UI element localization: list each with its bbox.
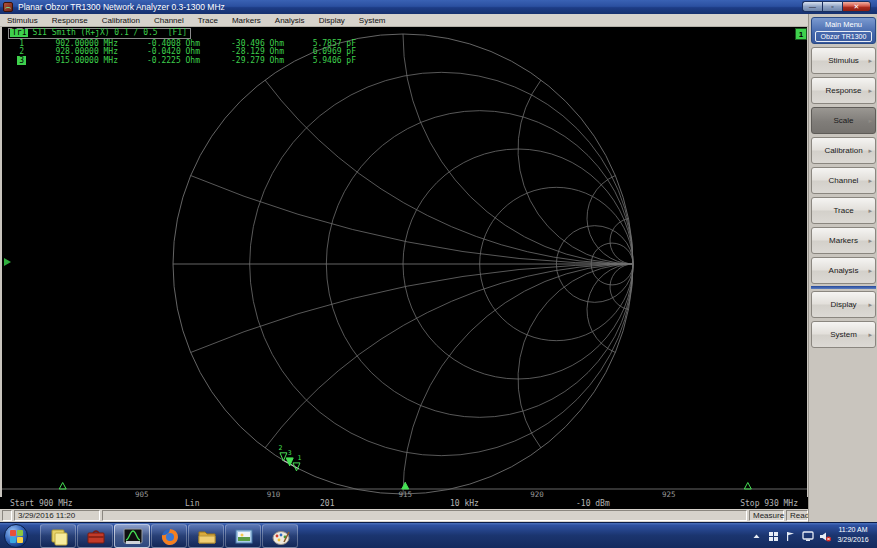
menu-item-response[interactable]: Response <box>45 14 95 26</box>
trace-header: Tr1 S11 Smith (R+jX) 0.1 / 0.5 [F1] <box>8 28 191 39</box>
softkey-panel: Main Menu Obzor TR1300 Stimulus▸Response… <box>808 14 877 522</box>
softkey-trace[interactable]: Trace▸ <box>811 197 876 224</box>
softkey-menu-subtitle: Obzor TR1300 <box>815 31 872 42</box>
close-button[interactable]: ✕ <box>842 1 871 12</box>
chart-marker-2[interactable] <box>280 453 287 461</box>
trace-title: S11 Smith (R+jX) 0.1 / 0.5 <box>32 29 157 37</box>
chevron-right-icon: ▸ <box>868 198 872 223</box>
freq-tick-label: 910 <box>267 490 281 498</box>
stimulus-status-line: Start 900 MHzLin20110 kHz-10 dBmStop 930… <box>0 497 808 509</box>
taskbar-photo-viewer-icon[interactable] <box>225 524 261 548</box>
smith-reactance-arc <box>518 264 633 448</box>
tray-hidden-icons-arrow-icon[interactable] <box>750 530 763 543</box>
taskbar-clock[interactable]: 11:20 AM 3/29/2016 <box>831 525 875 545</box>
window-title: Planar Obzor TR1300 Network Analyzer 0.3… <box>18 0 225 14</box>
menu-item-markers[interactable]: Markers <box>225 14 268 26</box>
trace-readout: Tr1 S11 Smith (R+jX) 0.1 / 0.5 [F1] 1902… <box>8 28 356 65</box>
chart-marker-label: 3 <box>288 449 292 457</box>
softkey-menu-header: Main Menu Obzor TR1300 <box>811 17 876 44</box>
menu-item-stimulus[interactable]: Stimulus <box>0 14 45 26</box>
chevron-right-icon: ▸ <box>868 78 872 103</box>
softkey-stimulus[interactable]: Stimulus▸ <box>811 47 876 74</box>
menu-item-channel[interactable]: Channel <box>147 14 191 26</box>
chevron-right-icon: ▸ <box>868 228 872 253</box>
softkey-calibration[interactable]: Calibration▸ <box>811 137 876 164</box>
window-controls: — ▫ ✕ <box>802 1 871 12</box>
menu-item-analysis[interactable]: Analysis <box>268 14 312 26</box>
chevron-right-icon: ▸ <box>868 258 872 283</box>
taskbar-paint-icon[interactable] <box>262 524 298 548</box>
tray-action-center-flag-icon[interactable] <box>784 530 797 543</box>
chevron-right-icon: ▸ <box>868 138 872 163</box>
statusbar-measure-state: Measure <box>749 510 784 521</box>
statusbar-message-area <box>102 510 747 521</box>
menu-item-calibration[interactable]: Calibration <box>95 14 147 26</box>
chart-marker-label: 1 <box>298 454 302 462</box>
freq-tick-label: 920 <box>530 490 544 498</box>
smith-reactance-arc <box>518 80 633 264</box>
softkey-response[interactable]: Response▸ <box>811 77 876 104</box>
softkey-analysis[interactable]: Analysis▸ <box>811 257 876 284</box>
tray-display-icon[interactable] <box>801 530 814 543</box>
system-tray <box>750 523 831 548</box>
marker-readout-row: 2928.00000 MHz-0.0420 Ohm-28.129 Ohm6.09… <box>8 48 356 56</box>
ruler-marker-1[interactable] <box>59 483 66 490</box>
status-points: 201 <box>320 499 334 508</box>
app-window: Planar Obzor TR1300 Network Analyzer 0.3… <box>0 0 877 548</box>
chevron-right-icon: ▸ <box>868 322 872 347</box>
channel-indicator: 1 <box>795 28 807 40</box>
windows-taskbar: 11:20 AM 3/29/2016 <box>0 522 877 548</box>
softkey-display[interactable]: Display▸ <box>811 291 876 318</box>
window-titlebar: Planar Obzor TR1300 Network Analyzer 0.3… <box>0 0 877 14</box>
status-power: -10 dBm <box>576 499 610 508</box>
minimize-button[interactable]: — <box>802 1 822 12</box>
app-icon <box>3 2 13 12</box>
statusbar-datetime: 3/29/2016 11:20 <box>14 510 100 521</box>
menu-item-system[interactable]: System <box>352 14 393 26</box>
taskbar-sticky-notes-icon[interactable] <box>40 524 76 548</box>
taskbar-firefox-icon[interactable] <box>151 524 187 548</box>
freq-tick-label: 915 <box>398 490 412 498</box>
trace-badge[interactable]: Tr1 <box>10 29 28 37</box>
ruler-marker-2[interactable] <box>744 483 751 490</box>
softkey-scale[interactable]: Scale▸ <box>811 107 876 134</box>
status-sweep-type: Lin <box>185 499 199 508</box>
status-start: Start 900 MHz <box>10 499 73 508</box>
trace-softkey-hint: [F1] <box>168 29 187 37</box>
menu-item-trace[interactable]: Trace <box>191 14 225 26</box>
chevron-right-icon: ▸ <box>868 48 872 73</box>
chevron-right-icon: ▸ <box>868 292 872 317</box>
smith-chart: 905910915920925123 <box>2 27 807 497</box>
chevron-right-icon: ▸ <box>868 168 872 193</box>
app-statusbar: 3/29/2016 11:20 Measure Ready <box>0 509 877 522</box>
status-if-bandwidth: 10 kHz <box>450 499 479 508</box>
marker-readout-row: 3915.00000 MHz-0.2225 Ohm-29.279 Ohm5.94… <box>8 57 356 65</box>
start-button[interactable] <box>4 524 28 548</box>
softkey-markers[interactable]: Markers▸ <box>811 227 876 254</box>
softkey-menu-title: Main Menu <box>812 20 875 29</box>
maximize-button[interactable]: ▫ <box>822 1 842 12</box>
tray-input-indicator-icon[interactable] <box>767 530 780 543</box>
taskbar-analyzer-app-icon[interactable] <box>114 524 150 548</box>
softkey-system[interactable]: System▸ <box>811 321 876 348</box>
chevron-right-icon: ▸ <box>868 108 872 133</box>
clock-time: 11:20 AM <box>831 525 875 535</box>
taskbar-file-explorer-icon[interactable] <box>188 524 224 548</box>
clock-date: 3/29/2016 <box>831 535 875 545</box>
statusbar-ready-state: Ready <box>786 510 808 521</box>
softkey-channel[interactable]: Channel▸ <box>811 167 876 194</box>
freq-tick-label: 925 <box>662 490 676 498</box>
freq-tick-label: 905 <box>135 490 149 498</box>
smith-chart-plot: 905910915920925123 Tr1 S11 Smith (R+jX) … <box>2 27 807 497</box>
reference-level-arrow-icon[interactable] <box>4 258 11 266</box>
statusbar-grip <box>2 510 12 521</box>
status-stop: Stop 930 MHz <box>740 499 798 508</box>
softkey-separator <box>811 286 876 289</box>
taskbar-toolbox-icon[interactable] <box>77 524 113 548</box>
menu-item-display[interactable]: Display <box>312 14 352 26</box>
tray-volume-muted-icon[interactable] <box>818 530 831 543</box>
menu-bar: StimulusResponseCalibrationChannelTraceM… <box>0 14 808 27</box>
chart-marker-label: 2 <box>278 444 282 452</box>
marker-readout-rows: 1902.00000 MHz-0.4008 Ohm-30.496 Ohm5.78… <box>8 40 356 65</box>
